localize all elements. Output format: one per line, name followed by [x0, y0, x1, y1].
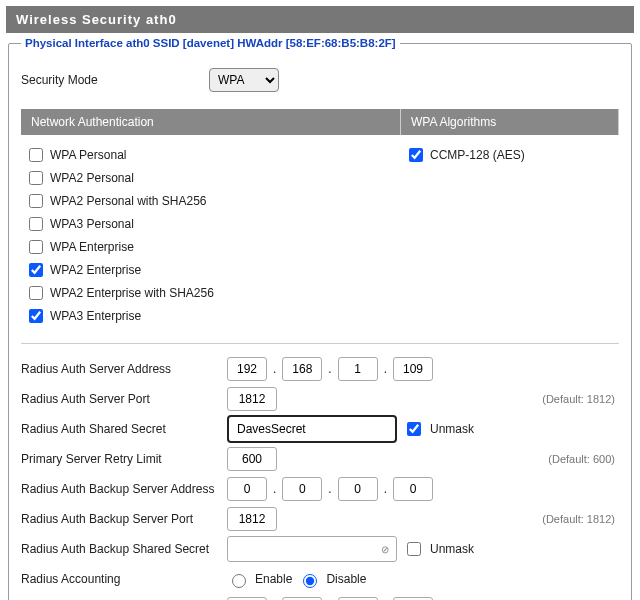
radius-accounting-enable-radio[interactable] — [232, 574, 246, 588]
radius-bkp-port-default: (Default: 1812) — [542, 513, 619, 525]
radius-auth-secret-unmask-checkbox[interactable] — [407, 422, 421, 436]
radius-bkp-server-oct4[interactable] — [393, 477, 433, 501]
radius-bkp-secret-unmask-label: Unmask — [430, 542, 474, 556]
algo-column-header: WPA Algorithms — [401, 109, 619, 135]
wpa2-enterprise-sha-checkbox[interactable] — [29, 286, 43, 300]
radius-auth-port-default: (Default: 1812) — [542, 393, 619, 405]
wpa3-personal-checkbox[interactable] — [29, 217, 43, 231]
page-header: Wireless Security ath0 — [6, 6, 634, 33]
algo-column: CCMP-128 (AES) — [401, 135, 619, 335]
wpa2-enterprise-label: WPA2 Enterprise — [50, 263, 141, 277]
interface-legend: Physical Interface ath0 SSID [davenet] H… — [21, 37, 400, 49]
wpa3-enterprise-label: WPA3 Enterprise — [50, 309, 141, 323]
wpa2-enterprise-sha-label: WPA2 Enterprise with SHA256 — [50, 286, 214, 300]
wpa-enterprise-label: WPA Enterprise — [50, 240, 134, 254]
radius-auth-secret-input[interactable] — [227, 415, 397, 443]
radius-settings: Radius Auth Server Address . . . Radius … — [21, 343, 619, 600]
auth-column-header: Network Authentication — [21, 109, 401, 135]
radius-bkp-secret-unmask-checkbox[interactable] — [407, 542, 421, 556]
wpa2-personal-checkbox[interactable] — [29, 171, 43, 185]
radius-auth-secret-unmask-label: Unmask — [430, 422, 474, 436]
radius-auth-server-oct4[interactable] — [393, 357, 433, 381]
radius-bkp-port-label: Radius Auth Backup Server Port — [21, 512, 221, 526]
security-mode-label: Security Mode — [21, 73, 201, 87]
radius-auth-port-label: Radius Auth Server Port — [21, 392, 221, 406]
retry-limit-input[interactable] — [227, 447, 277, 471]
wpa2-personal-sha-label: WPA2 Personal with SHA256 — [50, 194, 207, 208]
ccmp128-checkbox[interactable] — [409, 148, 423, 162]
radius-auth-port-input[interactable] — [227, 387, 277, 411]
wpa-personal-label: WPA Personal — [50, 148, 126, 162]
retry-limit-default: (Default: 600) — [548, 453, 619, 465]
wpa2-personal-sha-checkbox[interactable] — [29, 194, 43, 208]
radius-accounting-label: Radius Accounting — [21, 572, 221, 586]
interface-fieldset: Physical Interface ath0 SSID [davenet] H… — [8, 37, 632, 600]
ccmp128-label: CCMP-128 (AES) — [430, 148, 525, 162]
radius-auth-server-oct2[interactable] — [282, 357, 322, 381]
page-title: Wireless Security ath0 — [16, 12, 177, 27]
radius-bkp-secret-input[interactable] — [227, 536, 397, 562]
wpa3-personal-label: WPA3 Personal — [50, 217, 134, 231]
wpa3-enterprise-checkbox[interactable] — [29, 309, 43, 323]
radius-auth-secret-label: Radius Auth Shared Secret — [21, 422, 221, 436]
wpa-enterprise-checkbox[interactable] — [29, 240, 43, 254]
radius-auth-server-label: Radius Auth Server Address — [21, 362, 221, 376]
radius-auth-server-oct3[interactable] — [338, 357, 378, 381]
radius-bkp-server-oct2[interactable] — [282, 477, 322, 501]
radius-accounting-disable-radio[interactable] — [303, 574, 317, 588]
security-mode-select[interactable]: WPA — [209, 68, 279, 92]
radius-auth-server-oct1[interactable] — [227, 357, 267, 381]
radius-bkp-port-input[interactable] — [227, 507, 277, 531]
radius-accounting-disable-label: Disable — [326, 572, 366, 586]
radius-bkp-server-oct3[interactable] — [338, 477, 378, 501]
auth-column: WPA Personal WPA2 Personal WPA2 Personal… — [21, 135, 401, 335]
wpa-personal-checkbox[interactable] — [29, 148, 43, 162]
wpa2-personal-label: WPA2 Personal — [50, 171, 134, 185]
radius-bkp-server-label: Radius Auth Backup Server Address — [21, 482, 221, 496]
wpa2-enterprise-checkbox[interactable] — [29, 263, 43, 277]
radius-bkp-server-oct1[interactable] — [227, 477, 267, 501]
radius-accounting-enable-label: Enable — [255, 572, 292, 586]
retry-limit-label: Primary Server Retry Limit — [21, 452, 221, 466]
radius-bkp-secret-label: Radius Auth Backup Shared Secret — [21, 542, 221, 556]
